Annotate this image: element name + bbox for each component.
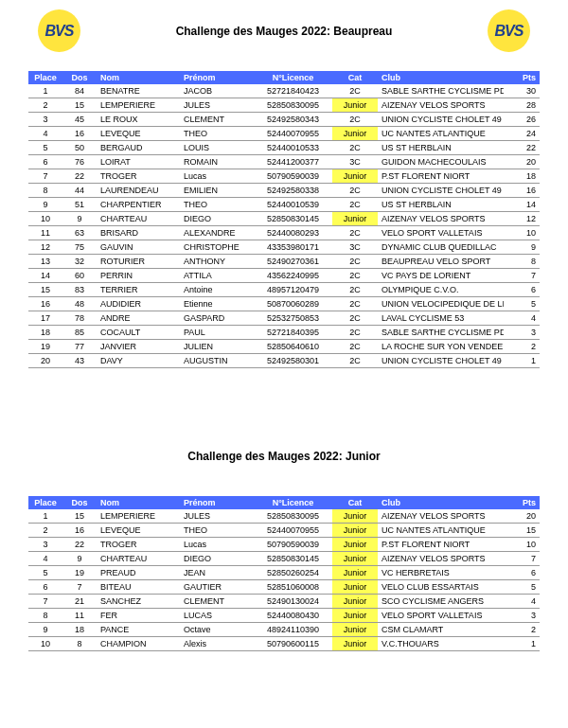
cell-nom: LE ROUX [97, 113, 180, 127]
cell-dos: 85 [62, 326, 97, 340]
table-row: 519PREAUDJEAN52850260254JuniorVC HERBRET… [28, 566, 540, 580]
table-row: 1460PERRINATTILA435622409952CVC PAYS DE … [28, 269, 540, 283]
cell-prenom: CHRISTOPHE [180, 240, 254, 255]
cell-club: AIZENAY VELOS SPORTS [378, 98, 504, 113]
cell-nom: AUDIDIER [97, 297, 180, 311]
table-row: 550BERGAUDLOUIS524400105332CUS ST HERBLA… [28, 141, 540, 155]
cell-lic: 52490270361 [254, 255, 332, 269]
cell-cat: 3C [332, 155, 378, 169]
col-place: Place [28, 496, 62, 509]
cell-cat: 2C [332, 226, 378, 240]
cell-prenom: CLEMENT [180, 113, 254, 127]
cell-club: VELO CLUB ESSARTAIS [378, 580, 504, 595]
cell-cat: Junior [332, 509, 378, 524]
cell-cat: Junior [332, 212, 378, 226]
cell-prenom: AUGUSTIN [180, 354, 254, 368]
cell-cat: 3C [332, 240, 378, 255]
col-dos: Dos [62, 71, 97, 84]
cell-place: 20 [28, 354, 62, 368]
cell-nom: LEMPERIERE [97, 98, 180, 113]
cell-dos: 32 [62, 255, 97, 269]
cell-nom: FER [97, 609, 180, 623]
cell-pts: 3 [504, 609, 540, 623]
cell-place: 17 [28, 311, 62, 326]
cell-club: VELO SPORT VALLETAIS [378, 609, 504, 623]
cell-dos: 48 [62, 297, 97, 311]
cell-lic: 52721840395 [254, 326, 332, 340]
cell-club: P.ST FLORENT NIORT [378, 538, 504, 552]
col-club: Club [378, 71, 504, 84]
cell-club: VC HERBRETAIS [378, 566, 504, 580]
cell-cat: 2C [332, 326, 378, 340]
cell-place: 5 [28, 566, 62, 580]
cell-club: UNION CYCLISTE CHOLET 49 [378, 184, 504, 198]
cell-place: 12 [28, 240, 62, 255]
table-row: 184BENATREJACOB527218404232CSABLE SARTHE… [28, 84, 540, 98]
cell-dos: 22 [62, 169, 97, 184]
table-row: 67BITEAUGAUTIER52851060008JuniorVELO CLU… [28, 580, 540, 595]
cell-lic: 48924110390 [254, 623, 332, 637]
cell-dos: 51 [62, 198, 97, 212]
cell-nom: ANDRE [97, 311, 180, 326]
cell-lic: 43353980171 [254, 240, 332, 255]
cell-cat: Junior [332, 595, 378, 609]
cell-nom: TERRIER [97, 283, 180, 297]
cell-place: 3 [28, 113, 62, 127]
cell-lic: 52850830095 [254, 98, 332, 113]
header-row-2: BVS Challenge des Mauges 2022: Junior BV… [28, 435, 540, 477]
cell-place: 1 [28, 84, 62, 98]
cell-pts: 5 [504, 580, 540, 595]
col-lic: N°Licence [254, 71, 332, 84]
col-dos: Dos [62, 496, 97, 509]
bvs-logo-right: BVS [488, 9, 530, 52]
cell-prenom: DIEGO [180, 212, 254, 226]
cell-pts: 20 [504, 509, 540, 524]
table-row: 416LEVEQUETHEO52440070955JuniorUC NANTES… [28, 127, 540, 141]
cell-lic: 52721840423 [254, 84, 332, 98]
cell-pts: 24 [504, 127, 540, 141]
cell-lic: 50790590039 [254, 538, 332, 552]
cell-lic: 50870060289 [254, 297, 332, 311]
cell-prenom: THEO [180, 127, 254, 141]
cell-cat: 2C [332, 340, 378, 354]
cell-cat: 2C [332, 311, 378, 326]
cell-cat: 2C [332, 184, 378, 198]
cell-place: 1 [28, 509, 62, 524]
cell-pts: 9 [504, 240, 540, 255]
cell-nom: LEVEQUE [97, 524, 180, 538]
cell-prenom: Octave [180, 623, 254, 637]
cell-prenom: JULES [180, 509, 254, 524]
table-row: 1648AUDIDIEREtienne508700602892CUNION VE… [28, 297, 540, 311]
cell-lic: 52850830145 [254, 552, 332, 566]
cell-prenom: THEO [180, 524, 254, 538]
cell-dos: 16 [62, 524, 97, 538]
cell-pts: 4 [504, 311, 540, 326]
cell-club: US ST HERBLAIN [378, 141, 504, 155]
cell-prenom: PAUL [180, 326, 254, 340]
cell-pts: 12 [504, 212, 540, 226]
cell-place: 15 [28, 283, 62, 297]
cell-prenom: LOUIS [180, 141, 254, 155]
cell-cat: 2C [332, 354, 378, 368]
cell-cat: Junior [332, 127, 378, 141]
cell-club: AIZENAY VELOS SPORTS [378, 212, 504, 226]
cell-pts: 10 [504, 226, 540, 240]
cell-lic: 52440010539 [254, 198, 332, 212]
cell-place: 16 [28, 297, 62, 311]
cell-club: CSM CLAMART [378, 623, 504, 637]
cell-nom: PANCE [97, 623, 180, 637]
table-row: 322TROGERLucas50790590039JuniorP.ST FLOR… [28, 538, 540, 552]
col-nom: Nom [97, 496, 180, 509]
cell-dos: 11 [62, 609, 97, 623]
cell-lic: 52851060008 [254, 580, 332, 595]
cell-nom: LOIRAT [97, 155, 180, 169]
col-nom: Nom [97, 71, 180, 84]
cell-dos: 60 [62, 269, 97, 283]
cell-prenom: DIEGO [180, 552, 254, 566]
cell-club: UC NANTES ATLANTIQUE [378, 524, 504, 538]
table-title-1: Challenge des Mauges 2022: Beaupreau [80, 25, 488, 38]
cell-prenom: ALEXANDRE [180, 226, 254, 240]
table-row: 1163BRISARDALEXANDRE524400802932CVELO SP… [28, 226, 540, 240]
cell-pts: 2 [504, 623, 540, 637]
cell-club: GUIDON MACHECOULAIS [378, 155, 504, 169]
